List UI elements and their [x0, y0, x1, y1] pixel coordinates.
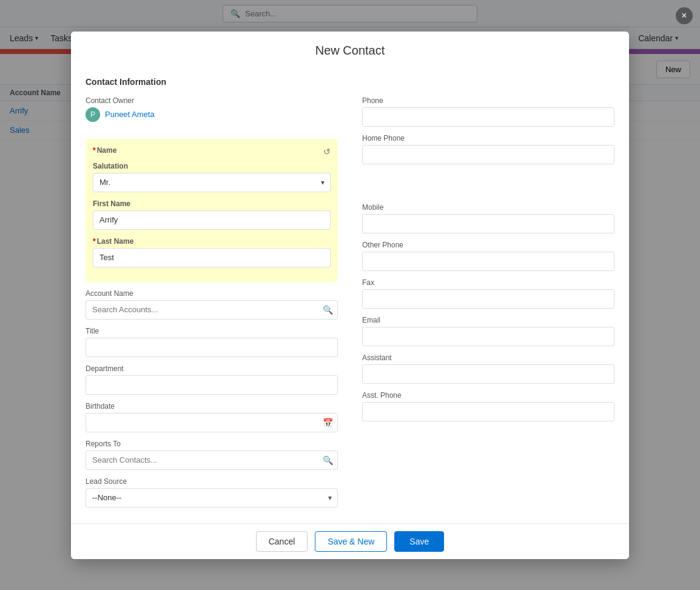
- svg-text:P: P: [90, 110, 95, 119]
- modal-header: New Contact: [71, 32, 629, 67]
- other-phone-input[interactable]: [362, 252, 614, 271]
- last-name-input[interactable]: [93, 248, 331, 267]
- assistant-input[interactable]: [362, 364, 614, 384]
- name-label: Name: [93, 146, 116, 155]
- department-label: Department: [86, 364, 338, 373]
- salutation-label: Salutation: [93, 162, 331, 170]
- phone-input[interactable]: [362, 107, 614, 127]
- salutation-group: Salutation Mr. --None-- Ms. Mrs. Dr. Pro…: [93, 162, 331, 192]
- account-name-label: Account Name: [86, 289, 338, 298]
- reports-to-input[interactable]: [86, 451, 338, 470]
- modal-body: Contact Information Contact Owner P: [71, 67, 629, 523]
- contact-owner-label: Contact Owner: [86, 96, 338, 105]
- spacer: [362, 172, 614, 203]
- last-name-label: Last Name: [93, 237, 331, 246]
- title-group: Title: [86, 327, 338, 357]
- other-phone-label: Other Phone: [362, 241, 614, 249]
- mobile-input[interactable]: [362, 214, 614, 233]
- close-button[interactable]: ×: [676, 7, 693, 24]
- lead-source-label: Lead Source: [86, 477, 338, 486]
- phone-label: Phone: [362, 96, 614, 105]
- salutation-select[interactable]: Mr. --None-- Ms. Mrs. Dr. Prof.: [93, 173, 331, 192]
- lead-source-select-wrapper: --None-- Web Phone Inquiry Partner Refer…: [86, 488, 338, 508]
- email-group: Email: [362, 316, 614, 346]
- salutation-select-wrapper: Mr. --None-- Ms. Mrs. Dr. Prof. ▾: [93, 173, 331, 192]
- avatar-icon: P: [86, 107, 100, 122]
- asst-phone-label: Asst. Phone: [362, 391, 614, 400]
- mobile-group: Mobile: [362, 203, 614, 233]
- birthdate-input[interactable]: [86, 413, 338, 432]
- first-name-input[interactable]: [93, 210, 331, 230]
- refresh-icon[interactable]: ↺: [323, 147, 331, 156]
- birthdate-label: Birthdate: [86, 402, 338, 411]
- owner-name[interactable]: Puneet Ameta: [105, 110, 155, 119]
- asst-phone-input[interactable]: [362, 402, 614, 421]
- name-section: Name ↺ Salutation Mr. --None-- Ms.: [86, 139, 338, 282]
- other-phone-group: Other Phone: [362, 241, 614, 271]
- last-name-group: Last Name: [93, 237, 331, 267]
- first-name-label: First Name: [93, 199, 331, 208]
- modal-title: New Contact: [86, 44, 614, 58]
- email-input[interactable]: [362, 327, 614, 346]
- assistant-label: Assistant: [362, 354, 614, 362]
- birthdate-group: Birthdate 📅: [86, 402, 338, 432]
- close-icon: ×: [681, 10, 687, 21]
- lead-source-select[interactable]: --None-- Web Phone Inquiry Partner Refer…: [86, 488, 338, 508]
- asst-phone-group: Asst. Phone: [362, 391, 614, 421]
- reports-to-wrapper: 🔍: [86, 451, 338, 470]
- reports-to-search-icon: 🔍: [323, 455, 333, 465]
- assistant-group: Assistant: [362, 354, 614, 384]
- mobile-label: Mobile: [362, 203, 614, 212]
- right-column: Phone Home Phone Mobile: [362, 96, 614, 515]
- avatar: P: [86, 107, 100, 122]
- modal-overlay: New Contact Contact Information Contact …: [0, 0, 700, 590]
- save-button[interactable]: Save: [394, 531, 444, 552]
- first-name-group: First Name: [93, 199, 331, 230]
- department-input[interactable]: [86, 375, 338, 395]
- fax-group: Fax: [362, 278, 614, 309]
- fax-input[interactable]: [362, 289, 614, 309]
- calendar-icon[interactable]: 📅: [323, 418, 333, 427]
- birthdate-wrapper: 📅: [86, 413, 338, 432]
- department-group: Department: [86, 364, 338, 395]
- lead-source-group: Lead Source --None-- Web Phone Inquiry P…: [86, 477, 338, 508]
- title-input[interactable]: [86, 338, 338, 357]
- account-name-wrapper: 🔍: [86, 300, 338, 320]
- home-phone-input[interactable]: [362, 145, 614, 164]
- left-column: Contact Owner P Puneet Ameta: [86, 96, 338, 515]
- title-label: Title: [86, 327, 338, 335]
- contact-info-section-title: Contact Information: [86, 67, 614, 87]
- fax-label: Fax: [362, 278, 614, 287]
- save-and-new-button[interactable]: Save & New: [315, 531, 387, 552]
- account-name-input[interactable]: [86, 300, 338, 320]
- phone-group: Phone: [362, 96, 614, 127]
- email-label: Email: [362, 316, 614, 324]
- owner-row: P Puneet Ameta: [86, 107, 338, 122]
- modal-footer: Cancel Save & New Save: [71, 523, 629, 559]
- address-section-title: Address Information: [86, 515, 614, 523]
- new-contact-modal: New Contact Contact Information Contact …: [71, 32, 629, 559]
- cancel-button[interactable]: Cancel: [256, 531, 308, 552]
- home-phone-group: Home Phone: [362, 134, 614, 164]
- contact-owner-group: Contact Owner P Puneet Ameta: [86, 96, 338, 132]
- home-phone-label: Home Phone: [362, 134, 614, 142]
- reports-to-group: Reports To 🔍: [86, 440, 338, 470]
- account-search-icon: 🔍: [323, 305, 333, 315]
- reports-to-label: Reports To: [86, 440, 338, 448]
- account-name-group: Account Name 🔍: [86, 289, 338, 320]
